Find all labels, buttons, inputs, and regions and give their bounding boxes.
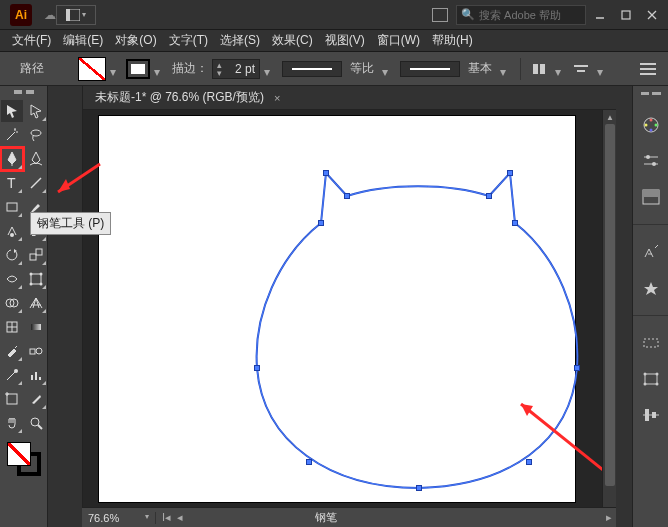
line-segment-tool[interactable] (25, 172, 47, 194)
magic-wand-tool[interactable] (1, 124, 23, 146)
align-icon[interactable] (573, 62, 589, 76)
stroke-weight-dropdown-icon[interactable]: ▾ (264, 65, 274, 73)
symbols-panel-icon[interactable] (640, 277, 662, 299)
stroke-panel-icon[interactable] (640, 332, 662, 354)
scrollbar-thumb[interactable] (605, 124, 615, 486)
brush-dropdown-icon[interactable]: ▾ (500, 65, 510, 73)
artboard-tool[interactable] (1, 388, 23, 410)
svg-rect-28 (30, 349, 35, 354)
scale-tool[interactable] (25, 244, 47, 266)
lasso-tool[interactable] (25, 124, 47, 146)
vertical-scrollbar[interactable]: ▲ ▼ (602, 110, 616, 527)
search-input[interactable] (479, 9, 579, 21)
type-tool[interactable]: T (1, 172, 23, 194)
menu-select[interactable]: 选择(S) (214, 32, 266, 49)
align-panel-icon[interactable] (640, 404, 662, 426)
menu-type[interactable]: 文字(T) (163, 32, 214, 49)
align-dropdown[interactable]: ▾ (597, 65, 607, 73)
maximize-button[interactable] (614, 5, 638, 25)
opacity-dropdown[interactable]: ▾ (555, 65, 565, 73)
document-tab-close-icon[interactable]: × (274, 92, 280, 104)
free-transform-tool[interactable] (25, 268, 47, 290)
fill-dropdown-icon[interactable]: ▾ (110, 65, 120, 73)
swatches-panel-icon[interactable] (640, 186, 662, 208)
svg-rect-46 (255, 366, 260, 371)
transform-panel-icon[interactable] (640, 368, 662, 390)
svg-text:T: T (7, 175, 16, 191)
column-graph-tool[interactable] (25, 364, 47, 386)
search-icon: 🔍 (461, 8, 475, 21)
prev-artboard-icon[interactable]: ◂ (177, 511, 183, 524)
help-search[interactable]: 🔍 (456, 5, 586, 25)
title-bar: Ai ☁ ▾ 🔍 (0, 0, 668, 30)
stroke-weight-label: 描边： (172, 60, 208, 77)
zoom-tool[interactable] (25, 412, 47, 434)
menu-edit[interactable]: 编辑(E) (57, 32, 109, 49)
menu-view[interactable]: 视图(V) (319, 32, 371, 49)
shape-builder-tool[interactable] (1, 292, 23, 314)
shaper-tool[interactable] (1, 220, 23, 242)
artboard[interactable] (99, 116, 575, 502)
canvas[interactable] (83, 110, 602, 527)
stroke-dropdown-icon[interactable]: ▾ (154, 65, 164, 73)
pen-tool[interactable] (1, 148, 23, 170)
color-panel-icon[interactable] (640, 114, 662, 136)
stroke-weight-value: 2 pt (235, 62, 255, 76)
document-tab[interactable]: 未标题-1* @ 76.6% (RGB/预览) × (87, 87, 288, 109)
fill-stroke-indicator[interactable] (7, 442, 41, 476)
perspective-grid-tool[interactable] (25, 292, 47, 314)
artboard-navigation[interactable]: I◂ ◂ (156, 511, 189, 524)
eyedropper-tool[interactable] (1, 340, 23, 362)
width-profile-label: 等比 (350, 60, 374, 77)
minimize-button[interactable] (588, 5, 612, 25)
blend-tool[interactable] (25, 340, 47, 362)
arrange-documents-icon[interactable] (432, 8, 448, 22)
stroke-weight-input[interactable]: ▴▾ 2 pt (212, 59, 260, 79)
width-profile-dropdown-icon[interactable]: ▾ (382, 65, 392, 73)
cloud-icon[interactable]: ☁ (44, 8, 56, 22)
svg-rect-32 (35, 372, 37, 380)
workspace-switcher[interactable]: ▾ (56, 5, 96, 25)
zoom-level[interactable]: 76.6% ▾ (82, 512, 156, 524)
mesh-tool[interactable] (1, 316, 23, 338)
fill-swatch[interactable] (78, 57, 106, 81)
menu-object[interactable]: 对象(O) (109, 32, 162, 49)
menu-effect[interactable]: 效果(C) (266, 32, 319, 49)
right-panel-dock (632, 86, 668, 527)
brushes-panel-icon[interactable] (640, 241, 662, 263)
tool-panel-grip[interactable] (14, 90, 34, 98)
direct-selection-tool[interactable] (25, 100, 47, 122)
scroll-right-icon[interactable]: ▸ (602, 511, 616, 524)
curvature-tool[interactable] (25, 148, 47, 170)
menu-help[interactable]: 帮助(H) (426, 32, 479, 49)
hand-tool[interactable] (1, 412, 23, 434)
fill-indicator[interactable] (7, 442, 31, 466)
svg-rect-15 (30, 254, 36, 260)
gradient-tool[interactable] (25, 316, 47, 338)
properties-panel-icon[interactable] (640, 150, 662, 172)
menu-window[interactable]: 窗口(W) (371, 32, 426, 49)
control-menu-icon[interactable] (640, 63, 656, 75)
rotate-tool[interactable] (1, 244, 23, 266)
svg-line-38 (38, 425, 42, 429)
menu-file[interactable]: 文件(F) (6, 32, 57, 49)
rectangle-tool[interactable] (1, 196, 23, 218)
first-artboard-icon[interactable]: I◂ (162, 511, 171, 524)
selection-tool[interactable] (1, 100, 23, 122)
close-button[interactable] (640, 5, 664, 25)
svg-point-19 (39, 273, 42, 276)
width-profile[interactable] (282, 61, 342, 77)
width-tool[interactable] (1, 268, 23, 290)
opacity-icon[interactable] (531, 62, 547, 76)
symbol-sprayer-tool[interactable] (1, 364, 23, 386)
svg-point-65 (643, 373, 646, 376)
slice-tool[interactable] (25, 388, 47, 410)
panel-grip[interactable] (641, 92, 661, 100)
path-shape[interactable] (99, 116, 575, 502)
scroll-up-icon[interactable]: ▲ (605, 112, 615, 122)
document-tab-bar: 未标题-1* @ 76.6% (RGB/预览) × (83, 86, 616, 110)
stroke-swatch[interactable] (126, 59, 150, 79)
menu-bar: 文件(F) 编辑(E) 对象(O) 文字(T) 选择(S) 效果(C) 视图(V… (0, 30, 668, 52)
brush-definition[interactable] (400, 61, 460, 77)
svg-rect-42 (508, 171, 513, 176)
